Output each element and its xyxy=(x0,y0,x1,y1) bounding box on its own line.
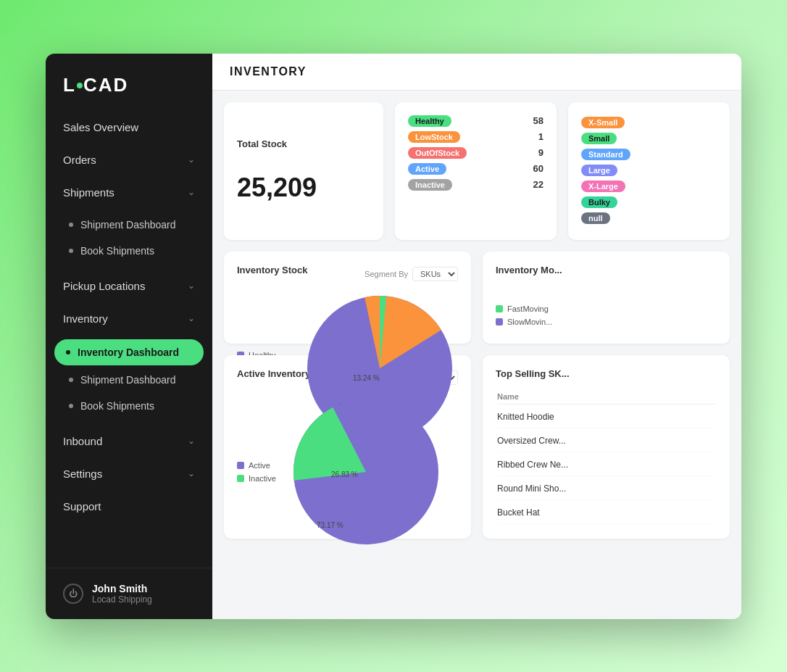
badge-container: Healthy58LowStock1OutOfStock9Active60Ina… xyxy=(408,115,544,191)
sidebar-item-settings[interactable]: Settings ⌄ xyxy=(46,457,212,490)
badge-count-active: 60 xyxy=(533,163,544,174)
legend-fastmoving: FastMoving xyxy=(496,304,717,313)
table-row: Bucket Hat xyxy=(497,502,715,524)
badge-outofstock: OutOfStock xyxy=(408,147,467,159)
sidebar-nav: Sales Overview Orders ⌄ Shipments ⌄ Ship… xyxy=(46,111,212,568)
legend-dot-fastmoving xyxy=(496,305,503,312)
user-subtitle: Locad Shipping xyxy=(92,594,152,605)
badge-row-active: Active60 xyxy=(408,163,544,175)
sidebar-footer: ⏻ John Smith Locad Shipping xyxy=(46,568,212,619)
badge-row-inactive: Inactive22 xyxy=(408,179,544,191)
content-grid: Total Stock 25,209 Healthy58LowStock1Out… xyxy=(212,91,741,550)
sidebar-item-support[interactable]: Support xyxy=(46,490,212,523)
bullet-icon xyxy=(66,350,70,354)
badge-count-lowstock: 1 xyxy=(538,131,544,142)
inventory-stock-title: Inventory Stock xyxy=(237,265,308,275)
size-badge-large: Large xyxy=(581,165,617,176)
sidebar-item-inv-shipment-dashboard[interactable]: Shipment Dashboard xyxy=(46,367,212,393)
size-badge-x-small: X-Small xyxy=(581,117,625,128)
shipments-sub-menu: Shipment Dashboard Book Shipments xyxy=(46,209,212,270)
badge-inactive: Inactive xyxy=(408,179,452,191)
badge-healthy: Healthy xyxy=(408,115,451,127)
size-badge-null: null xyxy=(581,212,610,224)
table-row: Knitted Hoodie xyxy=(497,406,715,428)
bullet-icon xyxy=(69,223,73,227)
segment-by-area: Segment By SKUs xyxy=(365,267,458,281)
legend-dot-slowmoving xyxy=(496,318,503,325)
chevron-down-icon: ⌄ xyxy=(188,436,195,446)
inventory-stock-header: Inventory Stock Segment By SKUs xyxy=(237,265,458,284)
inventory-movement-title: Inventory Mo... xyxy=(496,265,717,275)
active-inventory-pie-svg xyxy=(293,399,438,544)
power-icon[interactable]: ⏻ xyxy=(63,584,83,604)
chevron-down-icon: ⌄ xyxy=(188,313,195,323)
table-row: Round Mini Sho... xyxy=(497,478,715,500)
legend-slowmoving: SlowMovin... xyxy=(496,318,717,326)
badge-row-healthy: Healthy58 xyxy=(408,115,544,127)
table-row: Ribbed Crew Ne... xyxy=(497,454,715,476)
legend-dot-inactive xyxy=(237,475,244,482)
active-inventory-pie-area: Active Inactive xyxy=(237,394,458,550)
active-inventory-legend: Active Inactive xyxy=(237,461,276,483)
badge-row-outofstock: OutOfStock9 xyxy=(408,147,544,159)
sidebar-item-book-shipments[interactable]: Book Shipments xyxy=(46,238,212,264)
sidebar: LCAD Sales Overview Orders ⌄ Shipments ⌄ xyxy=(46,54,212,619)
total-stock-card: Total Stock 25,209 xyxy=(224,102,383,240)
chevron-down-icon: ⌄ xyxy=(188,468,195,478)
total-stock-value: 25,209 xyxy=(237,173,370,203)
inventory-stock-card: Inventory Stock Segment By SKUs xyxy=(224,252,471,344)
top-selling-title: Top Selling SK... xyxy=(496,368,717,379)
badge-lowstock: LowStock xyxy=(408,131,460,143)
sidebar-item-inv-book-shipments[interactable]: Book Shipments xyxy=(46,393,212,419)
size-badge-small: Small xyxy=(581,133,617,144)
sidebar-item-inbound[interactable]: Inbound ⌄ xyxy=(46,425,212,457)
status-badges-card: Healthy58LowStock1OutOfStock9Active60Ina… xyxy=(395,102,557,240)
logo: LCAD xyxy=(63,74,195,96)
sidebar-item-inventory-dashboard[interactable]: Inventory Dashboard xyxy=(54,339,204,365)
active-inventory-title: Active Inventory xyxy=(237,368,310,379)
user-info: John Smith Locad Shipping xyxy=(92,583,152,605)
badge-row-lowstock: LowStock1 xyxy=(408,131,544,143)
movement-legend: FastMoving SlowMovin... xyxy=(496,304,717,326)
inventory-sub-menu: Inventory Dashboard Shipment Dashboard B… xyxy=(46,335,212,425)
size-badge-bulky: Bulky xyxy=(581,196,617,208)
top-selling-card: Top Selling SK... Name Knitted HoodieOve… xyxy=(483,355,730,539)
chevron-down-icon: ⌄ xyxy=(188,281,195,291)
logo-area: LCAD xyxy=(46,54,212,111)
sidebar-item-inventory[interactable]: Inventory ⌄ xyxy=(46,302,212,335)
badge-count-outofstock: 9 xyxy=(538,147,544,158)
chevron-down-icon: ⌄ xyxy=(188,187,195,197)
size-badge-container: X-SmallSmallStandardLargeX-LargeBulkynul… xyxy=(581,115,717,227)
bullet-icon xyxy=(69,378,73,382)
bullet-icon xyxy=(69,249,73,253)
badge-count-healthy: 58 xyxy=(533,115,544,126)
app-container: LCAD Sales Overview Orders ⌄ Shipments ⌄ xyxy=(46,54,741,619)
badge-count-inactive: 22 xyxy=(533,179,544,190)
sku-table: Name Knitted HoodieOversized Crew...Ribb… xyxy=(496,388,717,526)
size-badge-standard: Standard xyxy=(581,149,630,160)
sku-tbody: Knitted HoodieOversized Crew...Ribbed Cr… xyxy=(497,406,715,524)
legend-active: Active xyxy=(237,461,276,470)
total-stock-title: Total Stock xyxy=(237,138,370,149)
badge-active: Active xyxy=(408,163,446,175)
sku-name-cell: Round Mini Sho... xyxy=(497,478,715,500)
legend-dot-active xyxy=(237,462,244,469)
sku-col-name: Name xyxy=(497,389,715,405)
sidebar-item-orders[interactable]: Orders ⌄ xyxy=(46,144,212,176)
sidebar-item-pickup-locations[interactable]: Pickup Locations ⌄ xyxy=(46,270,212,302)
row-3: Active Inventory Segment By SKUs xyxy=(224,355,730,539)
sidebar-item-shipments[interactable]: Shipments ⌄ xyxy=(46,176,212,209)
inventory-movement-card: Inventory Mo... FastMoving SlowMovin... xyxy=(483,252,730,344)
row-2: Inventory Stock Segment By SKUs xyxy=(224,252,730,344)
sidebar-item-sales-overview[interactable]: Sales Overview xyxy=(46,111,212,144)
legend-inactive: Inactive xyxy=(237,474,276,483)
user-name: John Smith xyxy=(92,583,152,594)
page-title: INVENTORY xyxy=(230,65,724,78)
sku-name-cell: Bucket Hat xyxy=(497,502,715,524)
table-row: Oversized Crew... xyxy=(497,430,715,452)
sku-name-cell: Knitted Hoodie xyxy=(497,406,715,428)
sidebar-item-shipment-dashboard[interactable]: Shipment Dashboard xyxy=(46,212,212,238)
segment-select-stock[interactable]: SKUs xyxy=(412,267,458,281)
sku-name-cell: Oversized Crew... xyxy=(497,430,715,452)
size-badge-x-large: X-Large xyxy=(581,181,625,192)
